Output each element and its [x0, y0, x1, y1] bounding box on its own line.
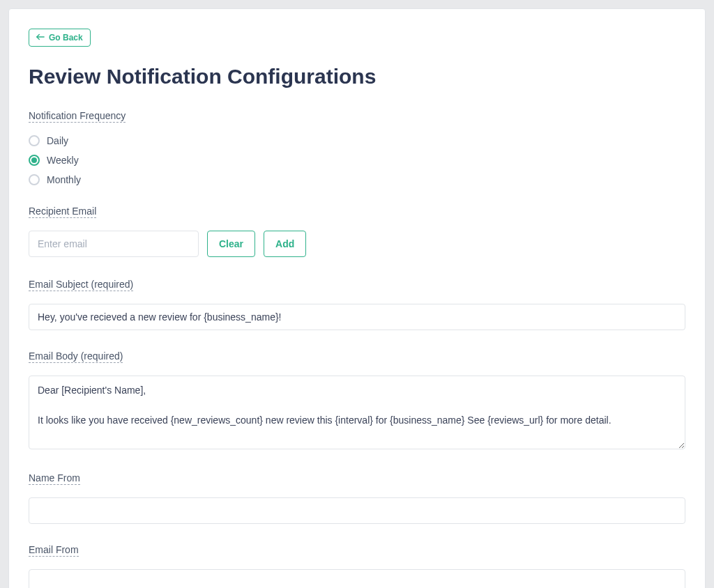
name-from-input[interactable] [29, 497, 685, 524]
name-from-label: Name From [29, 472, 80, 485]
recipient-label: Recipient Email [29, 206, 96, 218]
radio-label-daily: Daily [47, 135, 68, 146]
radio-option-weekly[interactable]: Weekly [29, 155, 685, 166]
radio-icon [29, 174, 40, 185]
radio-label-monthly: Monthly [47, 174, 81, 185]
radio-icon [29, 155, 40, 166]
page-title: Review Notification Configurations [29, 65, 685, 88]
add-button[interactable]: Add [264, 231, 306, 257]
go-back-button[interactable]: Go Back [29, 29, 91, 47]
radio-icon [29, 135, 40, 146]
body-label: Email Body (required) [29, 350, 123, 363]
clear-button[interactable]: Clear [207, 231, 255, 257]
email-from-section: Email From [29, 543, 685, 588]
subject-input[interactable] [29, 304, 685, 330]
radio-option-monthly[interactable]: Monthly [29, 174, 685, 185]
name-from-section: Name From [29, 472, 685, 524]
recipient-email-input[interactable] [29, 231, 199, 257]
radio-label-weekly: Weekly [47, 155, 79, 166]
email-from-input[interactable] [29, 569, 685, 588]
radio-option-daily[interactable]: Daily [29, 135, 685, 146]
config-card: Go Back Review Notification Configuratio… [8, 8, 706, 588]
subject-section: Email Subject (required) [29, 278, 685, 330]
go-back-label: Go Back [49, 33, 83, 42]
recipient-section: Recipient Email Clear Add [29, 205, 685, 257]
frequency-radio-group: Daily Weekly Monthly [29, 135, 685, 185]
body-textarea[interactable] [29, 376, 685, 449]
frequency-label: Notification Frequency [29, 110, 126, 123]
frequency-section: Notification Frequency Daily Weekly Mont… [29, 109, 685, 185]
body-section: Email Body (required) [29, 350, 685, 452]
email-from-label: Email From [29, 544, 79, 557]
subject-label: Email Subject (required) [29, 279, 133, 291]
arrow-left-icon [36, 33, 45, 42]
